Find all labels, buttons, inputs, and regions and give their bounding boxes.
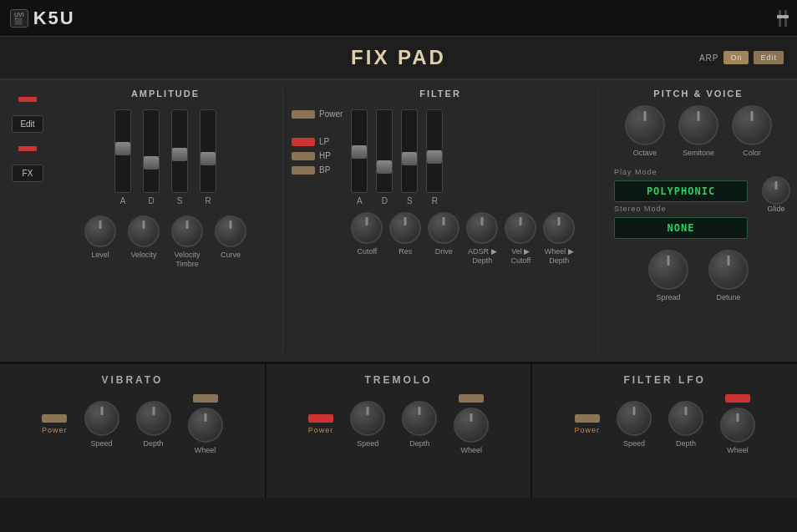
detune-knob[interactable] <box>708 250 749 290</box>
filter-lfo-wheel-knob[interactable] <box>720 408 755 443</box>
slider-col-s: S <box>171 109 188 205</box>
filter-slider-s: S <box>401 109 418 205</box>
play-mode-label: Play Mode <box>614 168 748 176</box>
bp-indicator <box>292 166 315 175</box>
glide-knob[interactable] <box>762 176 790 205</box>
adsr-depth-knob[interactable] <box>466 212 498 244</box>
semitone-knob[interactable] <box>678 105 718 145</box>
vibrato-speed-knob[interactable] <box>84 401 119 436</box>
cutoff-knob[interactable] <box>351 212 383 244</box>
velocity-knob[interactable] <box>128 215 160 247</box>
tremolo-depth-col: Depth <box>402 401 437 448</box>
spread-detune-row: Spread Detune <box>648 250 749 302</box>
stereo-mode-label: Stereo Mode <box>614 205 748 213</box>
filter-slider-track-a[interactable] <box>351 109 368 193</box>
filter-slider-track-r[interactable] <box>426 109 443 193</box>
color-label: Color <box>743 149 761 158</box>
res-knob[interactable] <box>389 212 421 244</box>
vibrato-wheel-knob[interactable] <box>188 408 223 443</box>
play-mode-display[interactable]: POLYPHONIC <box>614 180 748 202</box>
curve-knob[interactable] <box>215 215 246 247</box>
slider-col-a: A <box>114 109 131 205</box>
slider-handle-r[interactable] <box>201 152 216 165</box>
bottom-content: VIBRATO Power Speed Depth Wheel TREMOLO <box>0 364 797 498</box>
spread-knob[interactable] <box>648 250 688 290</box>
vibrato-section: VIBRATO Power Speed Depth Wheel <box>0 364 267 498</box>
res-label: Res <box>398 247 412 256</box>
arp-on-button[interactable]: On <box>723 51 749 64</box>
tremolo-power-indicator[interactable] <box>308 414 333 423</box>
pitch-voice-section: PITCH & VOICE Octave Semitone Color Play… <box>598 89 790 353</box>
edit-button[interactable]: Edit <box>12 115 43 133</box>
arp-controls: ARP On Edit <box>699 51 784 64</box>
amplitude-knobs: Level Velocity VelocityTimbre Curve <box>84 215 246 269</box>
top-right-controls <box>779 10 787 27</box>
wheel-depth-knob[interactable] <box>543 212 575 244</box>
filter-slider-handle-s[interactable] <box>402 152 417 165</box>
filter-sliders: A D S <box>351 105 589 205</box>
slider-handle-a[interactable] <box>115 142 130 155</box>
tremolo-controls: Power Speed Depth Wheel <box>308 394 490 454</box>
slider-label-a: A <box>120 196 126 205</box>
filter-slider-label-d: D <box>382 196 388 205</box>
filter-slider-handle-a[interactable] <box>352 145 367 159</box>
power-toggle[interactable]: Power <box>292 109 343 119</box>
arp-label: ARP <box>699 53 719 63</box>
filter-lfo-speed-knob[interactable] <box>617 401 652 436</box>
stereo-mode-display[interactable]: NONE <box>614 217 748 239</box>
slider-r[interactable] <box>200 109 216 193</box>
slider-col-d: D <box>143 109 160 205</box>
slider-a[interactable] <box>114 109 131 193</box>
top-fader-2[interactable] <box>784 10 787 27</box>
bp-toggle[interactable]: BP <box>292 165 343 175</box>
curve-label: Curve <box>221 251 241 260</box>
slider-s[interactable] <box>171 109 188 193</box>
wheel-depth-col: Wheel ▶Depth <box>543 212 575 266</box>
tremolo-wheel-indicator <box>459 394 484 403</box>
filter-slider-track-d[interactable] <box>376 109 393 193</box>
filter-lfo-power-indicator[interactable] <box>575 414 600 423</box>
velocity-timbre-knob[interactable] <box>171 215 203 247</box>
vibrato-depth-knob[interactable] <box>136 401 171 436</box>
wheel-depth-label: Wheel ▶Depth <box>545 247 574 266</box>
fx-button[interactable]: FX <box>12 165 43 182</box>
arp-edit-button[interactable]: Edit <box>754 51 784 64</box>
color-knob[interactable] <box>732 105 772 145</box>
slider-col-r: R <box>200 109 216 205</box>
filter-lfo-title: FILTER LFO <box>623 374 705 386</box>
hp-label: HP <box>319 151 331 160</box>
vibrato-speed-col: Speed <box>84 401 119 448</box>
tremolo-title: TREMOLO <box>365 374 433 386</box>
detune-col: Detune <box>708 250 749 302</box>
filter-slider-label-s: S <box>407 196 413 205</box>
drive-knob[interactable] <box>428 212 459 244</box>
top-fader-1[interactable] <box>779 10 781 27</box>
slider-handle-s[interactable] <box>172 148 187 161</box>
tremolo-depth-knob[interactable] <box>402 401 437 436</box>
filter-slider-handle-r[interactable] <box>427 150 442 164</box>
tremolo-speed-knob[interactable] <box>350 401 385 436</box>
filter-slider-track-s[interactable] <box>401 109 418 193</box>
vel-cutoff-knob[interactable] <box>505 212 536 244</box>
octave-knob[interactable] <box>625 105 665 145</box>
velocity-label: Velocity <box>130 251 156 260</box>
level-knob[interactable] <box>84 215 116 247</box>
slider-handle-d[interactable] <box>144 156 159 170</box>
adsr-depth-col: ADSR ▶Depth <box>466 212 498 266</box>
tremolo-speed-label: Speed <box>357 439 378 448</box>
lp-toggle[interactable]: LP <box>292 137 343 146</box>
cutoff-label: Cutoff <box>357 247 377 256</box>
lp-indicator <box>292 138 315 146</box>
slider-d[interactable] <box>143 109 160 193</box>
filter-lfo-depth-knob[interactable] <box>668 401 703 436</box>
filter-lfo-section: FILTER LFO Power Speed Depth Wheel <box>532 364 797 498</box>
vibrato-power-indicator[interactable] <box>42 414 67 423</box>
amplitude-title: AMPLITUDE <box>131 89 200 99</box>
fx-indicator <box>18 146 37 151</box>
uvi-logo: UVI ⬛ <box>10 9 28 28</box>
tremolo-wheel-knob[interactable] <box>454 408 489 443</box>
vibrato-controls: Power Speed Depth Wheel <box>42 394 223 454</box>
filter-slider-handle-d[interactable] <box>377 160 392 174</box>
hp-toggle[interactable]: HP <box>292 151 343 160</box>
filter-slider-label-r: R <box>432 196 438 205</box>
